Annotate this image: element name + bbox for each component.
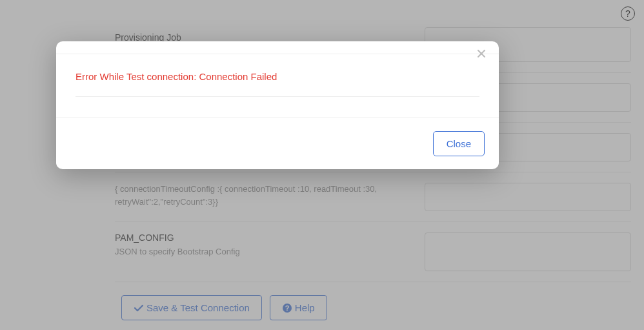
modal-footer: Close: [56, 118, 499, 169]
page-help-icon[interactable]: ?: [621, 6, 635, 21]
modal-body: Error While Test connection: Connection …: [56, 54, 499, 118]
close-button-label: Close: [447, 138, 471, 149]
close-button[interactable]: Close: [433, 131, 485, 156]
error-message: Error While Test connection: Connection …: [75, 71, 479, 97]
question-mark-icon: ?: [625, 8, 630, 19]
close-icon[interactable]: [476, 48, 487, 59]
error-modal: Error While Test connection: Connection …: [56, 41, 499, 169]
modal-header: [56, 41, 499, 54]
